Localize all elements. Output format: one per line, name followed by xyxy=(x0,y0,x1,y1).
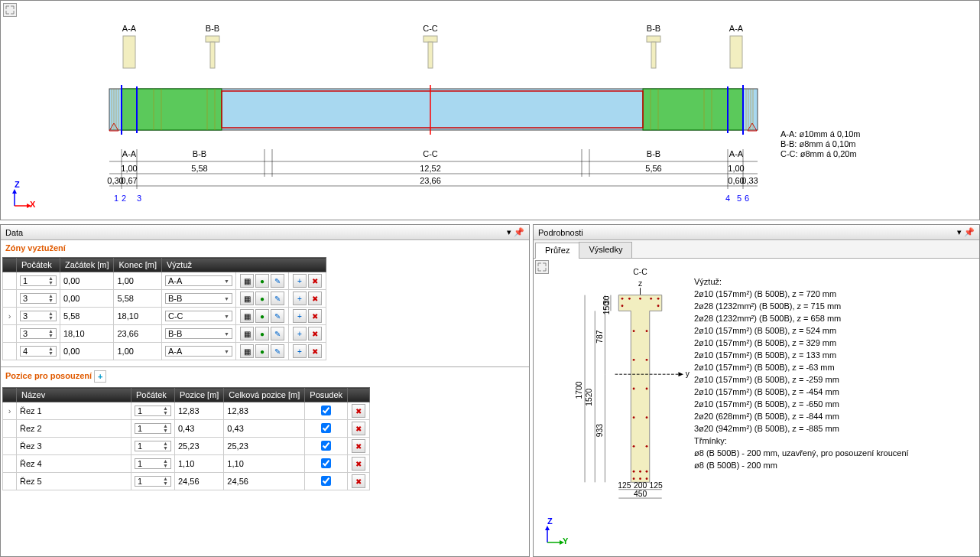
celkova-cell[interactable]: 12,83 xyxy=(224,402,305,420)
svg-point-102 xyxy=(633,477,635,480)
posudek-checkbox xyxy=(321,441,331,451)
col-vyztuz[interactable]: Výztuž xyxy=(162,258,326,272)
zacatek-cell[interactable]: 0,00 xyxy=(60,343,114,360)
tab-prurez[interactable]: Průřez xyxy=(535,243,579,259)
col-pozice[interactable]: Pozice [m] xyxy=(175,388,224,402)
col-konec[interactable]: Konec [m] xyxy=(114,258,162,272)
status-button[interactable]: ● xyxy=(255,309,269,323)
konec-cell[interactable]: 5,58 xyxy=(114,290,162,308)
col-zacatek[interactable]: Začátek [m] xyxy=(60,258,114,272)
delete-button[interactable]: ✖ xyxy=(308,344,322,358)
col-pocatek2[interactable]: Počátek xyxy=(131,388,175,402)
delete-button[interactable]: ✖ xyxy=(352,439,365,453)
props-button[interactable]: ▦ xyxy=(240,292,254,305)
status-button[interactable]: ● xyxy=(255,327,269,340)
status-button[interactable]: ● xyxy=(255,344,269,358)
row-handle[interactable] xyxy=(3,325,17,343)
delete-button[interactable]: ✖ xyxy=(308,274,322,288)
konec-cell[interactable]: 18,10 xyxy=(114,308,162,325)
vyztuz-combo: C-C▼ xyxy=(165,311,232,321)
pozice-cell[interactable]: 1,10 xyxy=(175,455,224,473)
row-handle[interactable] xyxy=(3,473,17,490)
delete-button[interactable]: ✖ xyxy=(308,327,322,340)
pozice-cell[interactable]: 0,43 xyxy=(175,420,224,438)
svg-rect-5 xyxy=(123,36,135,68)
main-viewport[interactable]: A-A B-B C-C B-B A-A xyxy=(0,0,980,220)
delete-button[interactable]: ✖ xyxy=(352,474,365,488)
zacatek-cell[interactable]: 0,00 xyxy=(60,272,114,290)
zacatek-cell[interactable]: 18,10 xyxy=(60,325,114,343)
data-panel-header[interactable]: Data ▾ 📌 xyxy=(1,225,529,240)
data-panel-title: Data xyxy=(5,228,23,237)
add-button[interactable]: + xyxy=(293,344,307,358)
svg-text:5,56: 5,56 xyxy=(645,164,661,173)
tab-vysledky[interactable]: Výsledky xyxy=(579,242,632,258)
edit-button[interactable]: ✎ xyxy=(271,309,284,323)
col-pocatek[interactable]: Počátek xyxy=(17,258,60,272)
delete-button[interactable]: ✖ xyxy=(308,292,322,305)
nazev-cell[interactable]: Řez 5 xyxy=(17,473,131,490)
celkova-cell[interactable]: 0,43 xyxy=(224,420,305,438)
row-handle[interactable] xyxy=(3,290,17,308)
nazev-cell[interactable]: Řez 2 xyxy=(17,420,131,438)
pozice-cell[interactable]: 24,56 xyxy=(175,473,224,490)
status-button[interactable]: ● xyxy=(255,274,269,288)
props-button[interactable]: ▦ xyxy=(240,309,254,323)
delete-button[interactable]: ✖ xyxy=(308,309,322,323)
nazev-cell[interactable]: Řez 4 xyxy=(17,455,131,473)
svg-text:150: 150 xyxy=(602,301,611,315)
add-button[interactable]: + xyxy=(293,327,307,340)
edit-button[interactable]: ✎ xyxy=(271,327,284,340)
pocatek-spinner: 1▲▼ xyxy=(135,458,171,469)
reinforcement-text: Výztuž: 2ø10 (157mm²) (B 500B), z = 720 … xyxy=(694,275,909,471)
delete-button[interactable]: ✖ xyxy=(352,404,365,418)
add-button[interactable]: + xyxy=(293,292,307,305)
detail-panel-header[interactable]: Podrobnosti ▾ 📌 xyxy=(534,225,979,240)
svg-text:5,58: 5,58 xyxy=(191,164,207,173)
col-nazev[interactable]: Název xyxy=(17,388,131,402)
pin-icon[interactable]: 📌 xyxy=(964,227,975,237)
row-handle[interactable] xyxy=(3,455,17,473)
row-handle[interactable] xyxy=(3,438,17,455)
svg-text:A-A: A-A xyxy=(729,24,744,33)
pozice-cell[interactable]: 12,83 xyxy=(175,402,224,420)
edit-button[interactable]: ✎ xyxy=(271,292,284,305)
nazev-cell[interactable]: Řez 3 xyxy=(17,438,131,455)
svg-point-84 xyxy=(639,298,641,300)
add-button[interactable]: + xyxy=(293,274,307,288)
props-button[interactable]: ▦ xyxy=(240,344,254,358)
delete-button[interactable]: ✖ xyxy=(352,457,365,471)
zacatek-cell[interactable]: 0,00 xyxy=(60,290,114,308)
konec-cell[interactable]: 1,00 xyxy=(114,343,162,360)
col-posudek[interactable]: Posudek xyxy=(305,388,348,402)
pozice-cell[interactable]: 25,23 xyxy=(175,438,224,455)
celkova-cell[interactable]: 25,23 xyxy=(224,438,305,455)
nazev-cell[interactable]: Řez 1 xyxy=(17,402,131,420)
props-button[interactable]: ▦ xyxy=(240,327,254,340)
row-handle[interactable]: › xyxy=(3,402,17,420)
dropdown-icon[interactable]: ▾ xyxy=(957,227,962,237)
props-button[interactable]: ▦ xyxy=(240,274,254,288)
row-handle[interactable] xyxy=(3,272,17,290)
svg-point-99 xyxy=(633,471,635,473)
row-handle[interactable] xyxy=(3,420,17,438)
col-celkova[interactable]: Celková pozice [m] xyxy=(224,388,305,402)
svg-point-103 xyxy=(639,477,641,480)
konec-cell[interactable]: 23,66 xyxy=(114,325,162,343)
dropdown-icon[interactable]: ▾ xyxy=(507,227,511,237)
row-handle[interactable]: › xyxy=(3,308,17,325)
svg-rect-9 xyxy=(428,42,433,68)
edit-button[interactable]: ✎ xyxy=(271,274,284,288)
celkova-cell[interactable]: 1,10 xyxy=(224,455,305,473)
status-button[interactable]: ● xyxy=(255,292,269,305)
row-handle[interactable] xyxy=(3,343,17,360)
pin-icon[interactable]: 📌 xyxy=(514,227,524,237)
add-button[interactable]: + xyxy=(293,309,307,323)
edit-button[interactable]: ✎ xyxy=(271,344,284,358)
delete-button[interactable]: ✖ xyxy=(352,422,365,435)
expand-detail-button[interactable] xyxy=(535,260,549,274)
add-position-button[interactable]: + xyxy=(94,370,106,383)
konec-cell[interactable]: 1,00 xyxy=(114,272,162,290)
celkova-cell[interactable]: 24,56 xyxy=(224,473,305,490)
zacatek-cell[interactable]: 5,58 xyxy=(60,308,114,325)
